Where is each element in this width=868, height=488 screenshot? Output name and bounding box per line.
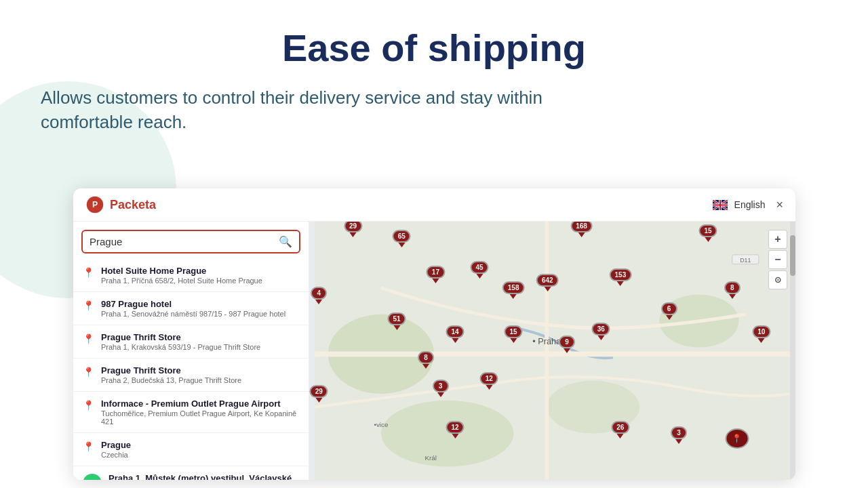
pin-icon: 📍 (83, 333, 94, 344)
svg-point-15 (381, 401, 513, 467)
loc-info: Prague Thrift Store Praha 2, Budečská 13… (101, 365, 241, 384)
left-panel: 🔍 📍 Hotel Suite Home Prague Praha 1, Pří… (73, 222, 309, 480)
loc-info: Hotel Suite Home Prague Praha 1, Příčná … (101, 266, 262, 285)
loc-info: Prague Thrift Store Praha 1, Krakovská 5… (101, 332, 260, 351)
svg-point-16 (547, 380, 639, 433)
loc-info: Prague Czechia (101, 440, 131, 459)
search-input[interactable] (90, 236, 279, 247)
map-svg: D11 • Praha •vice Král (309, 222, 795, 480)
special-name: Praha 1, Můstek (metro) vestibul, Václav… (108, 473, 299, 480)
search-input-container: 🔍 (81, 230, 300, 253)
loc-info: 987 Prague hotel Praha 1, Senovážné námě… (101, 299, 285, 318)
map-reset-button[interactable]: ⊙ (768, 270, 787, 289)
widget-body: 🔍 📍 Hotel Suite Home Prague Praha 1, Pří… (73, 222, 795, 480)
map-controls: + − ⊙ (768, 230, 787, 289)
list-item[interactable]: 📍 Hotel Suite Home Prague Praha 1, Příčn… (73, 259, 309, 292)
svg-text:D11: D11 (740, 257, 751, 264)
loc-address: Tuchoměřice, Premium Outlet Prague Airpo… (101, 409, 299, 426)
flag-icon (713, 200, 728, 210)
loc-address: Czechia (101, 451, 131, 459)
special-list-item[interactable]: → Praha 1, Můstek (metro) vestibul, Václ… (73, 466, 309, 480)
map-scrollbar-thumb (790, 235, 795, 276)
loc-address: Praha 1, Příčná 658/2, Hotel Suite Home … (101, 277, 262, 285)
list-item[interactable]: 📍 987 Prague hotel Praha 1, Senovážné ná… (73, 292, 309, 325)
loc-info: Informace - Premium Outlet Prague Airpor… (101, 399, 299, 426)
loc-address: Praha 1, Senovážné náměstí 987/15 - 987 … (101, 310, 285, 318)
loc-name: Hotel Suite Home Prague (101, 266, 262, 276)
close-button[interactable]: × (776, 198, 783, 212)
loc-address: Praha 1, Krakovská 593/19 - Prague Thrif… (101, 343, 260, 351)
packeta-logo: P Packeta (85, 195, 156, 214)
svg-text:• Praha: • Praha (532, 337, 561, 346)
special-info: Praha 1, Můstek (metro) vestibul, Václav… (108, 473, 299, 480)
page-title: Ease of shipping (41, 27, 827, 69)
search-box-wrapper: 🔍 (73, 222, 309, 259)
map-scrollbar[interactable] (790, 222, 795, 480)
special-icon: → (83, 474, 102, 480)
widget-header: P Packeta English × (73, 188, 795, 222)
list-item[interactable]: 📍 Prague Czechia (73, 433, 309, 466)
loc-name: Prague Thrift Store (101, 332, 260, 342)
zoom-in-button[interactable]: + (768, 230, 787, 249)
packeta-icon: P (85, 195, 104, 214)
pin-icon: 📍 (83, 267, 94, 278)
map-area[interactable]: D11 • Praha •vice Král 29 65 168 (309, 222, 795, 480)
list-item[interactable]: 📍 Prague Thrift Store Praha 1, Krakovská… (73, 325, 309, 359)
search-icon[interactable]: 🔍 (279, 235, 292, 248)
packeta-name: Packeta (110, 198, 156, 212)
location-list: 📍 Hotel Suite Home Prague Praha 1, Příčn… (73, 259, 309, 480)
loc-name: 987 Prague hotel (101, 299, 285, 309)
zoom-out-button[interactable]: − (768, 250, 787, 269)
pin-icon: 📍 (83, 367, 94, 378)
svg-text:Král: Král (425, 454, 437, 462)
svg-rect-10 (713, 204, 728, 205)
svg-text:•vice: •vice (374, 421, 389, 428)
loc-address: Praha 2, Budečská 13, Prague Thrift Stor… (101, 376, 241, 384)
loc-name: Prague (101, 440, 131, 450)
pin-icon: 📍 (83, 400, 94, 411)
loc-name: Informace - Premium Outlet Prague Airpor… (101, 399, 299, 409)
content-wrapper: Ease of shipping Allows customers to con… (0, 0, 868, 134)
list-item[interactable]: 📍 Informace - Premium Outlet Prague Airp… (73, 392, 309, 433)
loc-name: Prague Thrift Store (101, 365, 241, 375)
lang-label[interactable]: English (734, 199, 766, 210)
pin-icon: 📍 (83, 300, 94, 311)
list-item[interactable]: 📍 Prague Thrift Store Praha 2, Budečská … (73, 359, 309, 392)
shipping-widget: P Packeta English × (73, 188, 795, 480)
svg-text:P: P (92, 200, 98, 209)
page-subtitle: Allows customers to control their delive… (41, 85, 570, 135)
header-right: English × (713, 198, 783, 212)
pin-icon: 📍 (83, 441, 94, 452)
